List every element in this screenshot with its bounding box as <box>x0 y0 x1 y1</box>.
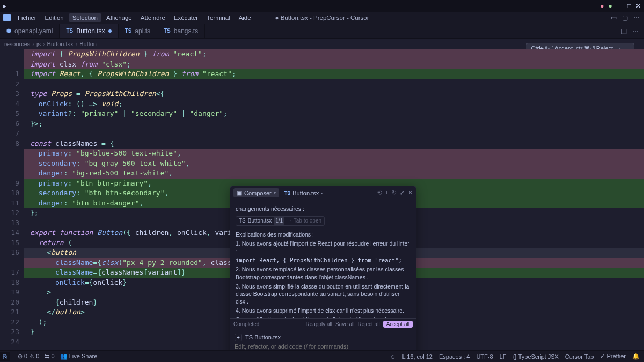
menu-item[interactable]: Sélection <box>69 13 101 22</box>
more-icon[interactable]: ⋯ <box>633 14 640 21</box>
composer-tab[interactable]: ▣ Composer ▾ <box>233 188 279 197</box>
status-bar: ⎘ ⊘ 0 ⚠ 0 ⇆ 0 👥 Live Share ☺ L 16, col 1… <box>0 350 644 362</box>
code-line[interactable]: import clsx from "clsx"; <box>24 60 644 70</box>
menu-item[interactable]: Terminal <box>203 13 233 22</box>
status-spaces[interactable]: Espaces : 4 <box>439 353 470 360</box>
expand-icon[interactable]: ⤢ <box>400 189 405 196</box>
composer-text: 2. Nous avons remplacé les classes perso… <box>236 265 411 280</box>
split-editor-icon[interactable]: ◫ <box>621 27 627 35</box>
status-language[interactable]: {} TypeScript JSX <box>513 353 558 360</box>
status-errors[interactable]: ⊘ 0 ⚠ 0 <box>18 353 39 360</box>
add-context-button[interactable]: + <box>235 334 242 341</box>
close-icon[interactable]: ✕ <box>408 189 413 196</box>
composer-status: Completed <box>233 321 259 327</box>
breadcrumb-item[interactable]: js <box>36 41 41 47</box>
composer-text: 4. Nous avons supprimé l'import de clsx … <box>236 307 411 314</box>
title-bar: FichierEditionSélectionAffichageAtteindr… <box>0 12 644 24</box>
editor-tab[interactable]: TSButton.tsx <box>60 24 118 38</box>
breadcrumb-item[interactable]: resources <box>4 41 30 47</box>
add-icon[interactable]: + <box>385 189 389 196</box>
ts-icon: TS <box>245 334 253 341</box>
composer-text: 3. Nous avons simplifié la classe du bou… <box>236 283 411 306</box>
history-icon[interactable]: ⟲ <box>377 189 382 196</box>
status-encoding[interactable]: UTF-8 <box>476 353 493 360</box>
reapply-all-button[interactable]: Reapply all <box>305 321 332 327</box>
composer-file-tab[interactable]: TS Button.tsx • <box>281 189 326 197</box>
code-line[interactable]: onClick: () => void; <box>24 99 644 109</box>
os-close-icon[interactable]: ✕ <box>635 2 641 10</box>
app-menu-icon[interactable]: ▸ <box>3 2 6 10</box>
reject-all-button[interactable]: Reject all <box>358 321 380 327</box>
code-line[interactable] <box>24 79 644 90</box>
composer-text: changements nécessaires : <box>236 205 411 212</box>
status-eol[interactable]: LF <box>500 353 507 360</box>
code-line[interactable] <box>24 129 644 139</box>
composer-heading: Explications des modifications : <box>236 231 411 238</box>
code-line[interactable]: variant?: "primary" | "secondary" | "dan… <box>24 109 644 119</box>
status-lncol[interactable]: L 16, col 12 <box>402 353 432 360</box>
ts-icon: TS <box>284 190 291 196</box>
app-icon <box>3 14 11 21</box>
yaml-icon: ⬢ <box>6 28 11 34</box>
menu-item[interactable]: Affichage <box>103 13 136 22</box>
more-icon[interactable]: ⋯ <box>632 27 639 35</box>
save-all-button[interactable]: Save all <box>335 321 355 327</box>
status-prettier[interactable]: ✓ Prettier <box>600 353 626 360</box>
breadcrumb-item[interactable]: Button.tsx <box>47 41 74 47</box>
os-bar: ▸ ● ● — □ ✕ <box>0 0 644 12</box>
remote-indicator[interactable]: ⎘ <box>0 352 10 361</box>
panel-toggle-icon[interactable]: ▭ <box>611 14 617 21</box>
editor-tab[interactable]: ⬢openapi.yaml <box>0 24 60 38</box>
composer-file-pill[interactable]: TS Button.tsx 1/1 → Tab to open <box>236 216 325 226</box>
refresh-icon[interactable]: ↻ <box>392 189 397 196</box>
composer-panel: ▣ Composer ▾ TS Button.tsx • ⟲ + ↻ ⤢ ✕ c… <box>230 186 416 362</box>
os-maximize-icon[interactable]: □ <box>627 2 631 10</box>
menu-item[interactable]: Edition <box>41 13 68 22</box>
layout-icon[interactable]: ▢ <box>622 14 628 21</box>
dirty-indicator-icon <box>108 29 112 33</box>
os-indicator-icon: ● <box>600 2 604 10</box>
accept-all-button[interactable]: Accept all <box>383 321 413 328</box>
chevron-down-icon: ▾ <box>274 190 276 195</box>
menu-item[interactable]: Fichier <box>14 13 40 22</box>
code-line[interactable]: import { PropsWithChildren } from "react… <box>24 49 644 60</box>
os-minimize-icon[interactable]: — <box>617 2 623 10</box>
ts-icon: TS <box>239 217 246 225</box>
code-line[interactable]: }>; <box>24 119 644 129</box>
breadcrumb-item[interactable]: Button <box>79 41 97 47</box>
code-line[interactable]: secondary: "bg-gray-500 text-white", <box>24 159 644 169</box>
status-bell-icon[interactable]: 🔔 <box>632 353 640 360</box>
os-indicator-icon: ● <box>609 2 612 10</box>
menu-item[interactable]: Atteindre <box>137 13 169 22</box>
menu-item[interactable]: Exécuter <box>170 13 202 22</box>
status-liveshare[interactable]: 👥 Live Share <box>60 353 98 360</box>
code-line[interactable]: danger: "bg-red-500 text-white", <box>24 168 644 179</box>
status-ports[interactable]: ⇆ 0 <box>45 353 54 360</box>
composer-context-pill[interactable]: TS Button.tsx <box>245 334 281 341</box>
ts-icon: TS <box>125 28 132 34</box>
code-line[interactable]: primary: "bg-blue-500 text-white", <box>24 149 644 159</box>
composer-icon: ▣ <box>237 189 242 196</box>
composer-code: import React, { PropsWithChildren } from… <box>236 256 411 264</box>
code-line[interactable]: import React, { PropsWithChildren } from… <box>24 69 644 79</box>
ts-icon: TS <box>164 28 171 34</box>
code-line[interactable]: const classNames = { <box>24 139 644 149</box>
ts-icon: TS <box>66 28 73 34</box>
status-cursortab[interactable]: Cursor Tab <box>565 353 594 360</box>
composer-input[interactable] <box>235 343 412 350</box>
code-line[interactable]: type Props = PropsWithChildren<{ <box>24 89 644 99</box>
status-feedback-icon[interactable]: ☺ <box>390 353 396 360</box>
menu-item[interactable]: Aide <box>235 13 255 22</box>
editor-tab[interactable]: TSapi.ts <box>119 24 157 38</box>
editor-tab-bar: ⬢openapi.yamlTSButton.tsxTSapi.tsTSbangs… <box>0 24 644 39</box>
editor-tab[interactable]: TSbangs.ts <box>157 24 205 38</box>
composer-text: 1. Nous avons ajouté l'import de React p… <box>236 240 411 255</box>
